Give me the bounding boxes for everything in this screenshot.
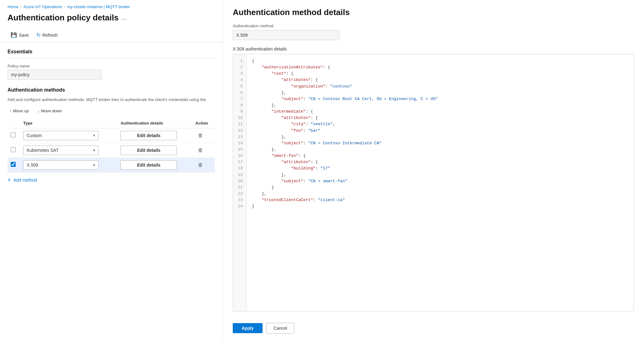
refresh-icon: ↻ <box>36 32 40 38</box>
type-value: Kubernetes SAT <box>27 148 59 153</box>
code-line: }, <box>252 147 629 153</box>
essentials-title: Essentials <box>8 49 215 55</box>
action-cell: 🗑 <box>192 157 215 172</box>
code-line: }, <box>252 191 629 197</box>
chevron-down-icon: ▾ <box>93 148 95 152</box>
page-title: Authentication policy details <box>8 13 119 23</box>
line-number: 7 <box>236 96 244 102</box>
line-number: 10 <box>236 115 244 121</box>
code-line: }, <box>252 172 629 178</box>
code-line: "trustedClientCaCert": "client-ca" <box>252 197 629 203</box>
page-title-container: Authentication policy details ... <box>0 12 222 28</box>
line-number: 18 <box>236 165 244 172</box>
edit-details-button[interactable]: Edit details <box>120 131 177 140</box>
chevron-down-icon: ▾ <box>93 133 95 138</box>
add-method-label: Add method <box>13 178 37 183</box>
add-method-button[interactable]: + Add method <box>8 177 37 184</box>
edit-cell: Edit details <box>117 143 192 157</box>
breadcrumb-home[interactable]: Home <box>8 4 19 9</box>
table-row: X.509 ▾ Edit details 🗑 <box>8 157 215 172</box>
code-line: }, <box>252 134 629 140</box>
methods-table: Type Authentication details Action Custo… <box>8 118 215 173</box>
col-checkbox <box>8 118 20 128</box>
type-select[interactable]: Custom ▾ <box>23 131 98 140</box>
refresh-button[interactable]: ↻ Refresh <box>33 30 61 40</box>
code-line: "subject": "CN = Contoso Intermediate CA… <box>252 140 629 147</box>
auth-method-field: Authentication method X.509 <box>233 24 634 40</box>
checkbox-cell[interactable] <box>8 128 20 143</box>
line-number: 19 <box>236 172 244 178</box>
save-label: Save <box>19 33 29 38</box>
line-number: 4 <box>236 77 244 83</box>
delete-button[interactable]: 🗑 <box>195 131 205 140</box>
line-number: 5 <box>236 83 244 90</box>
code-line: }, <box>252 90 629 96</box>
action-cell: 🗑 <box>192 143 215 157</box>
refresh-label: Refresh <box>42 33 58 38</box>
type-select[interactable]: Kubernetes SAT ▾ <box>23 146 98 155</box>
breadcrumb-cluster[interactable]: my-cluster-instance | MQTT broker <box>67 4 130 9</box>
row-checkbox[interactable] <box>11 147 16 152</box>
line-number: 1 <box>236 58 244 64</box>
auth-methods-desc: Add and configure authentication methods… <box>8 97 215 103</box>
breadcrumb-sep1: › <box>20 5 22 9</box>
line-number: 24 <box>236 203 244 210</box>
code-line: } <box>252 203 629 210</box>
checkbox-cell[interactable] <box>8 157 20 172</box>
row-checkbox[interactable] <box>11 162 16 167</box>
cancel-button[interactable]: Cancel <box>266 323 295 333</box>
row-checkbox[interactable] <box>11 132 16 137</box>
code-line: "intermediate": { <box>252 109 629 115</box>
delete-button[interactable]: 🗑 <box>195 161 205 169</box>
breadcrumb: Home › Azure IoT Operations › my-cluster… <box>0 0 222 12</box>
apply-button[interactable]: Apply <box>233 323 263 333</box>
policy-name-label: Policy name <box>8 64 215 68</box>
move-up-icon: ↑ <box>9 109 12 113</box>
more-options-icon[interactable]: ... <box>122 14 127 21</box>
line-number: 22 <box>236 191 244 197</box>
line-number: 9 <box>236 109 244 115</box>
policy-name-value: my-policy <box>8 70 102 80</box>
save-icon: 💾 <box>11 32 17 38</box>
code-editor[interactable]: 123456789101112131415161718192021222324 … <box>233 54 634 312</box>
edit-details-button[interactable]: Edit details <box>120 146 177 155</box>
code-content[interactable]: { "authorizationAttributes": { "root": {… <box>247 54 634 311</box>
type-cell: Kubernetes SAT ▾ <box>20 143 117 157</box>
code-section-label: X.509 authentication details <box>233 46 634 51</box>
code-line: { <box>252 58 629 64</box>
move-toolbar: ↑ Move up ↓ Move down <box>8 107 215 115</box>
code-line: "attributes": { <box>252 77 629 83</box>
code-line: "subject": "CN = smart-fan" <box>252 178 629 184</box>
code-line: "root": { <box>252 71 629 77</box>
edit-cell: Edit details <box>117 128 192 143</box>
code-line: } <box>252 184 629 191</box>
move-up-button[interactable]: ↑ Move up <box>8 107 30 115</box>
line-number: 12 <box>236 128 244 134</box>
line-numbers: 123456789101112131415161718192021222324 <box>233 54 247 311</box>
type-cell: Custom ▾ <box>20 128 117 143</box>
save-button[interactable]: 💾 Save <box>8 30 32 40</box>
type-select[interactable]: X.509 ▾ <box>23 160 98 170</box>
code-line: "authorizationAttributes": { <box>252 64 629 71</box>
delete-button[interactable]: 🗑 <box>195 146 205 154</box>
action-cell: 🗑 <box>192 128 215 143</box>
code-line: "subject": "CN = Contoso Root CA Cert, O… <box>252 96 629 102</box>
code-line: }, <box>252 102 629 109</box>
code-line: "smart-fan": { <box>252 153 629 159</box>
col-auth-details: Authentication details <box>117 118 192 128</box>
toolbar: 💾 Save ↻ Refresh <box>0 28 222 43</box>
table-header-row: Type Authentication details Action <box>8 118 215 128</box>
table-row: Custom ▾ Edit details 🗑 <box>8 128 215 143</box>
move-down-button[interactable]: ↓ Move down <box>35 107 64 115</box>
edit-details-button[interactable]: Edit details <box>120 160 177 170</box>
line-number: 6 <box>236 90 244 96</box>
essentials-divider <box>8 58 215 59</box>
right-panel: Authentication method details Authentica… <box>223 0 644 341</box>
auth-method-value: X.509 <box>233 30 339 40</box>
breadcrumb-azure-iot[interactable]: Azure IoT Operations <box>24 4 62 9</box>
code-line: "city": "seattle", <box>252 121 629 127</box>
left-panel: Home › Azure IoT Operations › my-cluster… <box>0 0 223 341</box>
checkbox-cell[interactable] <box>8 143 20 157</box>
move-down-icon: ↓ <box>37 109 40 113</box>
code-line: "attributes": { <box>252 115 629 121</box>
